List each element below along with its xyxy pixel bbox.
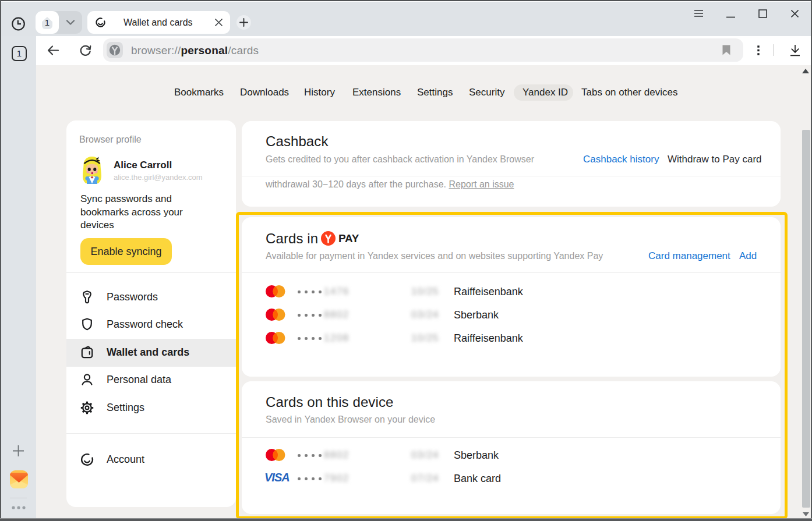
svg-text:1: 1 — [45, 17, 50, 27]
